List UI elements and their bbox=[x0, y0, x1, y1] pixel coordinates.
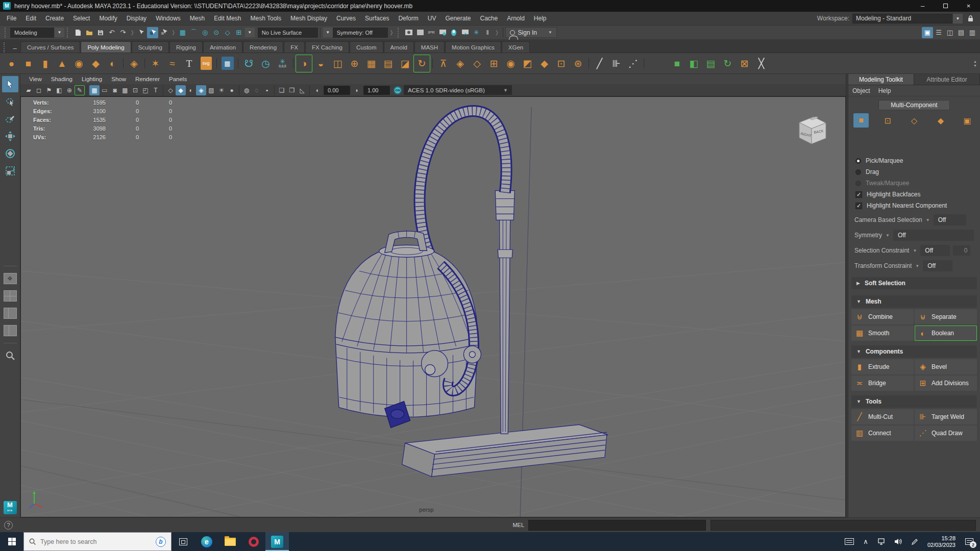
color-management-on-icon[interactable]: ON bbox=[394, 86, 402, 94]
panel-menu-renderer[interactable]: Renderer bbox=[131, 76, 164, 82]
command-input[interactable] bbox=[528, 520, 706, 531]
soft-selection-section[interactable]: ▶ Soft Selection bbox=[851, 277, 977, 289]
shelf-overflow-down-icon[interactable]: ▼ bbox=[973, 64, 977, 67]
pick-marquee-option[interactable]: Pick/Marquee bbox=[848, 155, 980, 166]
selection-constraint-value[interactable]: Off bbox=[920, 245, 950, 256]
toolkit-menu-help[interactable]: Help bbox=[878, 87, 891, 94]
xray-icon[interactable]: ❏ bbox=[277, 85, 287, 95]
shelf-star-icon[interactable]: ✶ bbox=[147, 55, 164, 72]
shelf-tab-rendering[interactable]: Rendering bbox=[243, 41, 283, 53]
help-icon[interactable]: ? bbox=[4, 521, 13, 530]
shelf-extrude-icon[interactable]: ⊼ bbox=[435, 55, 452, 72]
transform-constraint-value[interactable]: Off bbox=[923, 260, 952, 271]
camera-based-selection-row[interactable]: Camera Based Selection▼ Off bbox=[848, 211, 980, 227]
menu-generate[interactable]: Generate bbox=[440, 12, 475, 25]
2d-pan-zoom-icon[interactable]: ⊕ bbox=[64, 85, 75, 95]
selection-constraint-count[interactable]: 0 bbox=[953, 245, 970, 256]
multi-component-button[interactable]: Multi-Component bbox=[878, 100, 950, 110]
boolean-button[interactable]: ◐Boolean bbox=[915, 325, 977, 341]
drag-handle[interactable] bbox=[67, 28, 70, 38]
shelf-cylinder-icon[interactable]: ▮ bbox=[37, 55, 54, 72]
shelf-tab-fx-caching[interactable]: FX Caching bbox=[305, 41, 349, 53]
workspace-dropdown-arrow[interactable]: ▼ bbox=[953, 14, 963, 23]
maximize-button[interactable] bbox=[934, 0, 957, 12]
shelf-camera-aim-icon[interactable]: ☋ bbox=[240, 55, 257, 72]
menu-mesh-tools[interactable]: Mesh Tools bbox=[246, 12, 286, 25]
network-icon[interactable] bbox=[874, 532, 890, 551]
checkbox-icon[interactable]: ✓ bbox=[855, 191, 862, 198]
notification-center-button[interactable]: 2 bbox=[961, 532, 978, 551]
menu-select[interactable]: Select bbox=[68, 12, 94, 25]
menu-surfaces[interactable]: Surfaces bbox=[360, 12, 394, 25]
menu-modify[interactable]: Modify bbox=[94, 12, 121, 25]
radio-icon[interactable] bbox=[855, 158, 861, 164]
maya-taskbar-button[interactable]: M bbox=[265, 532, 289, 551]
pause-viewport-icon[interactable]: ‖ bbox=[482, 27, 493, 38]
shelf-tab-fx[interactable]: FX bbox=[284, 41, 305, 53]
tab-attribute-editor[interactable]: Attribute Editor bbox=[914, 74, 980, 85]
camera-attributes-icon[interactable]: ◻ bbox=[34, 85, 44, 95]
motion-blur-icon[interactable]: ◌ bbox=[252, 85, 262, 95]
menu-display[interactable]: Display bbox=[122, 12, 151, 25]
exposure-field[interactable]: 0.00 bbox=[324, 86, 350, 95]
shelf-uv-distortion-icon[interactable]: ■ bbox=[669, 55, 685, 72]
select-hierarchy-icon[interactable] bbox=[136, 27, 147, 38]
menu-arnold[interactable]: Arnold bbox=[502, 12, 529, 25]
menu-edit[interactable]: Edit bbox=[21, 12, 41, 25]
shelf-extrude-face-icon[interactable]: ▦ bbox=[363, 55, 380, 72]
shelf-uv-lattice-icon[interactable]: ⊠ bbox=[736, 55, 753, 72]
shelf-multi-cut-icon[interactable]: ╱ bbox=[591, 55, 608, 72]
sign-in-button[interactable]: Sign In ▼ bbox=[505, 27, 557, 38]
checker-icon[interactable]: ▨ bbox=[206, 85, 216, 95]
snap-options-arrow[interactable]: ▼ bbox=[245, 28, 255, 37]
shelf-tab-mash[interactable]: MASH bbox=[414, 41, 445, 53]
pen-icon[interactable] bbox=[907, 532, 922, 551]
menu-windows[interactable]: Windows bbox=[151, 12, 185, 25]
playblast-icon[interactable]: ▰ bbox=[23, 85, 34, 95]
smooth-button[interactable]: ▦Smooth bbox=[851, 325, 914, 341]
render-icon[interactable] bbox=[403, 27, 414, 38]
combine-button[interactable]: ⊎Combine bbox=[851, 309, 914, 324]
tab-modeling-toolkit[interactable]: Modeling Toolkit bbox=[848, 74, 914, 85]
open-scene-icon[interactable] bbox=[84, 27, 95, 38]
highlight-nearest-option[interactable]: ✓ Highlight Nearest Component bbox=[848, 200, 980, 211]
panel-menu-show[interactable]: Show bbox=[107, 76, 131, 82]
shelf-tab-animation[interactable]: Animation bbox=[203, 41, 242, 53]
panel-menu-panels[interactable]: Panels bbox=[164, 76, 191, 82]
isolate-select-icon[interactable]: ▪ bbox=[262, 85, 272, 95]
paint-effects-icon[interactable]: ✳ bbox=[471, 27, 482, 38]
channel-box-toggle-icon[interactable]: ▥ bbox=[967, 27, 978, 38]
shelf-platonic-solid-icon[interactable]: ◈ bbox=[126, 55, 142, 72]
shelf-reset-transform-icon[interactable]: ✳0,0,0 bbox=[274, 55, 291, 72]
layout-four-pane-button[interactable] bbox=[2, 288, 18, 304]
shelf-tab-rigging[interactable]: Rigging bbox=[169, 41, 203, 53]
menu-cache[interactable]: Cache bbox=[475, 12, 502, 25]
radio-icon[interactable] bbox=[855, 169, 861, 175]
bevel-button[interactable]: ◈Bevel bbox=[915, 359, 977, 374]
shelf-smooth-icon[interactable]: ⊞ bbox=[485, 55, 502, 72]
transform-constraint-row[interactable]: Transform Constraint▼ Off bbox=[848, 257, 980, 272]
shelf-helix-icon[interactable]: ≈ bbox=[164, 55, 181, 72]
layout-two-pane-button[interactable] bbox=[2, 305, 18, 321]
select-object-icon[interactable] bbox=[147, 27, 158, 38]
task-view-button[interactable] bbox=[172, 532, 195, 551]
outliner-zoom-icon[interactable] bbox=[2, 347, 18, 364]
shelf-boolean-difference-icon[interactable]: ◑ bbox=[296, 55, 312, 72]
shelf-tab-poly-modeling[interactable]: Poly Modeling bbox=[81, 41, 131, 53]
shelf-tab-motion-graphics[interactable]: Motion Graphics bbox=[445, 41, 501, 53]
shelf-sculpt-icon[interactable]: ⊛ bbox=[570, 55, 586, 72]
grease-pencil-icon[interactable]: ✎ bbox=[75, 85, 85, 95]
gamma-icon[interactable]: ◗ bbox=[352, 85, 362, 95]
shelf-torus-icon[interactable]: ◉ bbox=[70, 55, 87, 72]
volume-icon[interactable] bbox=[891, 532, 906, 551]
safe-title-icon[interactable]: T bbox=[151, 85, 161, 95]
rotate-tool[interactable] bbox=[2, 145, 18, 162]
tools-section[interactable]: ▼ Tools bbox=[851, 395, 977, 408]
menu-set-selector[interactable]: Modeling bbox=[10, 28, 54, 38]
shelf-fold-icon[interactable]: ◩ bbox=[519, 55, 536, 72]
shelf-duplicate-face-icon[interactable]: ◆ bbox=[536, 55, 553, 72]
separator-icon[interactable]: ◺ bbox=[297, 85, 307, 95]
workspace-dropdown[interactable]: Modeling - Standard bbox=[852, 14, 952, 23]
shelf-merge-icon[interactable]: ⊕ bbox=[346, 55, 363, 72]
shelf-tab-curves-surfaces[interactable]: Curves / Surfaces bbox=[20, 41, 80, 53]
